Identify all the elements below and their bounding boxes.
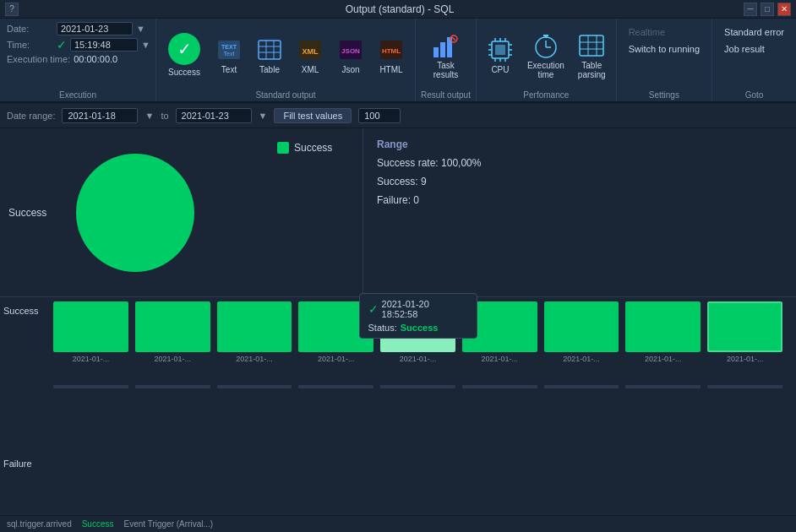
fill-test-values-button[interactable]: Fill test values (274, 108, 352, 123)
svg-line-18 (452, 37, 455, 41)
bar-date-2: 2021-01-... (236, 355, 273, 363)
failure-block-4 (380, 385, 455, 388)
legend-label-success: Success (294, 142, 332, 154)
bar-block-1[interactable] (135, 301, 210, 352)
table-button[interactable]: Table (251, 33, 288, 78)
standard-output-group: ✓ Success TEXT Text Text (156, 19, 416, 101)
failure-block-3 (298, 385, 373, 388)
success-rate: Success rate: 100,00% (377, 157, 782, 169)
exec-time-value: 00:00:00.0 (74, 54, 117, 64)
status-item-2: Success (82, 519, 114, 529)
xml-btn-label: XML (302, 65, 319, 74)
maximize-button[interactable]: □ (761, 3, 774, 16)
task-results-label: Taskresults (433, 61, 458, 79)
xml-icon: XML (297, 36, 324, 63)
task-results-icon (432, 32, 459, 59)
success-button[interactable]: ✓ Success (161, 28, 207, 83)
svg-text:Text: Text (224, 51, 235, 57)
svg-point-43 (76, 154, 194, 272)
table-icon (256, 36, 283, 63)
cpu-button[interactable]: CPU (482, 33, 519, 78)
close-button[interactable]: ✕ (777, 3, 791, 16)
table-parsing-label: Tableparsing (578, 61, 606, 79)
html-button[interactable]: HTML HTML (373, 33, 410, 78)
success-bar-label: Success (3, 306, 39, 316)
svg-rect-3 (259, 41, 281, 59)
from-date-input[interactable] (62, 108, 138, 123)
status-bar: sql.trigger.arrived Success Event Trigge… (0, 515, 796, 532)
failure-block-8 (707, 385, 782, 388)
minimize-button[interactable]: ─ (744, 3, 757, 16)
bar-block-6[interactable] (544, 301, 619, 352)
legend-dot-success (277, 142, 289, 154)
bar-block-3[interactable] (298, 301, 373, 352)
date-input[interactable] (57, 22, 133, 35)
failure-col-0 (53, 385, 128, 388)
execution-time-label: Executiontime (527, 61, 564, 79)
table-parsing-icon (578, 32, 605, 59)
failure-col-2 (217, 385, 292, 388)
switch-to-running-button[interactable]: Switch to running (625, 42, 703, 56)
text-icon: TEXT Text (215, 36, 243, 63)
svg-text:HTML: HTML (382, 47, 401, 55)
table-parsing-button[interactable]: Tableparsing (573, 29, 611, 83)
legend-item-success: Success (277, 142, 356, 154)
failure-col-6 (544, 385, 619, 388)
xml-button[interactable]: XML XML (292, 33, 329, 78)
time-label: Time: (7, 40, 53, 50)
job-result-button[interactable]: Job result (721, 42, 768, 56)
execution-group: Date: ▼ Time: ✓ ▼ Execution time: 00:00:… (0, 19, 156, 101)
execution-time-button[interactable]: Executiontime (522, 29, 570, 83)
performance-label: Perfomance (523, 89, 569, 100)
to-label: to (161, 111, 168, 121)
bar-block-4[interactable] (380, 301, 455, 352)
bar-date-0: 2021-01-... (73, 355, 110, 363)
standard-error-button[interactable]: Standard error (721, 25, 788, 39)
failure-block-5 (462, 385, 537, 388)
time-input[interactable] (70, 38, 138, 52)
bar-block-2[interactable] (217, 301, 292, 352)
stats-area: Range Success rate: 100,00% Success: 9 F… (363, 128, 796, 296)
html-icon: HTML (378, 36, 405, 63)
json-btn-label: Json (341, 65, 359, 74)
failure-col-8 (707, 385, 782, 388)
json-button[interactable]: JSON Json (332, 33, 369, 78)
success-icon: ✓ (168, 33, 200, 65)
count-input[interactable] (358, 108, 401, 123)
standard-output-label: Standard output (255, 89, 315, 100)
bar-block-5[interactable] (462, 301, 537, 352)
svg-text:JSON: JSON (341, 47, 360, 55)
realtime-button[interactable]: Realtime (625, 25, 668, 39)
task-results-button[interactable]: Taskresults (427, 29, 464, 83)
title-bar: ? Output (standard) - SQL ─ □ ✕ (0, 0, 796, 19)
help-button[interactable]: ? (5, 3, 19, 16)
svg-text:XML: XML (303, 47, 319, 56)
failure-bars (53, 363, 782, 388)
bar-date-4: 2021-01-... (400, 355, 437, 363)
range-title: Range (377, 138, 782, 150)
failure-col-7 (625, 385, 701, 388)
html-btn-label: HTML (379, 65, 402, 74)
bar-block-0[interactable] (53, 301, 128, 352)
ribbon: Date: ▼ Time: ✓ ▼ Execution time: 00:00:… (0, 19, 796, 103)
chart-top-area: Success Success Range Success rate: 100,… (0, 128, 796, 297)
bar-block-8[interactable] (707, 301, 782, 352)
failure-block-7 (625, 385, 701, 388)
svg-rect-38 (580, 35, 603, 56)
bar-block-7[interactable] (625, 301, 701, 352)
status-item-3: Event Trigger (Arrival...) (124, 519, 214, 529)
bar-col-1: 2021-01-... (135, 301, 210, 363)
cpu-icon (487, 36, 514, 63)
bar-col-4: 2021-01-... ✓ 2021-01-20 18:52:58 Status… (380, 301, 455, 363)
json-icon: JSON (337, 36, 364, 63)
text-button[interactable]: TEXT Text Text (210, 33, 248, 78)
failure-block-0 (53, 385, 128, 388)
goto-label: Goto (745, 89, 764, 100)
to-date-input[interactable] (176, 108, 252, 123)
execution-group-label: Execution (7, 90, 149, 100)
date-range-label: Date range: (7, 111, 55, 121)
success-label: Success (168, 68, 200, 78)
chart-bottom-area: Success Failure 2021-01-... 2021-01-... … (0, 297, 796, 515)
result-output-group: Taskresults Result output (416, 19, 477, 101)
status-item-1: sql.trigger.arrived (7, 519, 72, 529)
